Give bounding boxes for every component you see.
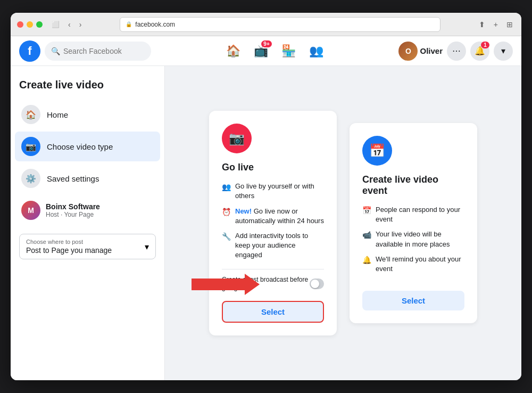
sidebar: Create live video 🏠 Home 📷 Choose video … — [11, 66, 165, 380]
share-icon: ⬆ — [479, 20, 485, 29]
chevron-right-icon: › — [79, 20, 82, 29]
profile-avatar: M — [21, 201, 40, 220]
profile-sub: Host · Your Page — [46, 211, 100, 218]
lock-icon: 🔒 — [126, 21, 132, 27]
toolbar-right: ⬆ + ⊞ — [477, 19, 515, 30]
tools-icon: 🔧 — [222, 232, 231, 242]
search-icon: 🔍 — [51, 47, 60, 55]
main-content: Create live video 🏠 Home 📷 Choose video … — [11, 66, 521, 380]
groups-icon: 👥 — [309, 44, 323, 58]
sidebar-choose-video-label: Choose video type — [47, 142, 113, 151]
store-nav-button[interactable]: 🏪 — [276, 38, 302, 64]
go-live-select-button[interactable]: Select — [222, 301, 324, 323]
event-feature-3-text: We'll remind you about your event — [376, 255, 464, 274]
arrow-annotation — [192, 274, 260, 295]
user-name: Oliver — [420, 46, 443, 55]
event-card-icon: 📅 — [362, 136, 392, 166]
bell-feature-icon: 🔔 — [362, 255, 371, 266]
video-nav-button[interactable]: 📺 9+ — [248, 38, 274, 64]
saved-settings-sidebar-icon: ⚙️ — [21, 169, 40, 188]
go-live-card: 📷 Go live 👥 Go live by yourself or with … — [209, 111, 337, 335]
arrow-head — [245, 274, 260, 295]
chevron-down-icon: ▾ — [501, 46, 505, 56]
sidebar-item-saved-settings[interactable]: ⚙️ Saved settings — [15, 163, 160, 193]
event-feature-1-text: People can respond to your event — [376, 205, 464, 224]
grid-button[interactable]: ⊞ — [504, 19, 515, 30]
sidebar-home-label: Home — [47, 110, 68, 119]
forward-button[interactable]: › — [77, 19, 84, 30]
go-live-features: 👥 Go live by yourself or with others ⏰ N… — [222, 182, 324, 260]
notifications-wrapper: 🔔 1 — [470, 42, 489, 61]
toggle-knob — [311, 280, 319, 288]
post-to-label: Choose where to post — [26, 239, 112, 245]
calendar-icon: 📅 — [369, 143, 385, 158]
user-avatar: O — [398, 42, 418, 61]
back-button[interactable]: ‹ — [66, 19, 73, 30]
search-bar[interactable]: 🔍 — [45, 42, 151, 61]
close-button[interactable] — [17, 21, 23, 28]
go-live-feature-2: ⏰ New! Go live now or automatically with… — [222, 207, 324, 226]
event-feature-1: 📅 People can respond to your event — [362, 205, 464, 224]
minimize-button[interactable] — [27, 21, 33, 28]
camera-icon: 📷 — [229, 131, 245, 146]
dropdown-chevron-icon: ▾ — [145, 242, 149, 252]
event-select-button[interactable]: Select — [362, 291, 464, 310]
video-feature-icon: 📹 — [362, 230, 371, 241]
go-live-title: Go live — [222, 162, 324, 173]
sidebar-icon: ⬜ — [51, 20, 60, 29]
people-icon: 👥 — [222, 182, 231, 193]
notification-badge: 1 — [481, 42, 489, 48]
event-card: 📅 Create live video event 📅 People can r… — [350, 123, 477, 323]
sidebar-item-home[interactable]: 🏠 Home — [15, 100, 160, 129]
traffic-lights — [17, 21, 43, 28]
search-input[interactable] — [63, 47, 138, 55]
event-feature-2-text: Your live video will be available in mor… — [376, 230, 464, 249]
right-content: 📷 Go live 👥 Go live by yourself or with … — [165, 66, 521, 380]
fb-f-letter: f — [28, 44, 31, 58]
post-to-content: Choose where to post Post to Page you ma… — [26, 239, 112, 255]
arrow-body — [192, 279, 245, 290]
apps-icon: ⋯ — [452, 46, 461, 56]
event-feature-3: 🔔 We'll remind you about your event — [362, 255, 464, 274]
grid-icon: ⊞ — [506, 20, 513, 29]
grid-apps-button[interactable]: ⋯ — [447, 42, 466, 61]
profile-name: Boinx Software — [46, 202, 100, 211]
browser-window: ⬜ ‹ › 🔒 facebook.com ⬆ + ⊞ f — [11, 13, 521, 380]
go-live-feature-2-text: New! Go live now or automatically within… — [235, 207, 324, 226]
post-to-value: Post to Page you manage — [26, 246, 112, 255]
go-live-feature-3: 🔧 Add interactivity tools to keep your a… — [222, 231, 324, 260]
profile-info: Boinx Software Host · Your Page — [46, 202, 100, 218]
user-profile-area[interactable]: O Oliver — [398, 42, 443, 61]
maximize-button[interactable] — [36, 21, 43, 28]
sidebar-profile[interactable]: M Boinx Software Host · Your Page — [15, 195, 160, 225]
title-bar: ⬜ ‹ › 🔒 facebook.com ⬆ + ⊞ — [11, 13, 521, 36]
event-card-title: Create live video event — [362, 174, 464, 196]
url-bar[interactable]: 🔒 facebook.com — [120, 17, 440, 32]
new-tab-button[interactable]: + — [492, 19, 500, 30]
groups-nav-button[interactable]: 👥 — [304, 38, 329, 64]
go-live-feature-1-text: Go live by yourself or with others — [235, 182, 324, 201]
nav-bar: f 🔍 🏠 📺 9+ 🏪 👥 O Oliver — [11, 36, 521, 66]
home-icon: 🏠 — [226, 44, 240, 58]
go-live-card-icon: 📷 — [222, 124, 252, 153]
event-feature-2: 📹 Your live video will be available in m… — [362, 230, 464, 249]
account-dropdown-button[interactable]: ▾ — [494, 42, 513, 61]
nav-center: 🏠 📺 9+ 🏪 👥 — [151, 38, 398, 64]
video-badge: 9+ — [261, 40, 271, 47]
event-card-features: 📅 People can respond to your event 📹 You… — [362, 205, 464, 274]
share-button[interactable]: ⬆ — [477, 19, 487, 30]
go-live-feature-3-text: Add interactivity tools to keep your aud… — [235, 231, 324, 260]
url-text: facebook.com — [135, 21, 175, 28]
test-broadcast-toggle[interactable] — [310, 279, 324, 289]
home-sidebar-icon: 🏠 — [21, 105, 40, 124]
home-nav-button[interactable]: 🏠 — [221, 38, 246, 64]
post-to-dropdown[interactable]: Choose where to post Post to Page you ma… — [19, 234, 156, 259]
sidebar-item-choose-video[interactable]: 📷 Choose video type — [15, 132, 160, 161]
nav-right: O Oliver ⋯ 🔔 1 ▾ — [398, 42, 513, 61]
sidebar-toggle-button[interactable]: ⬜ — [49, 19, 62, 30]
chevron-left-icon: ‹ — [68, 20, 71, 29]
facebook-logo: f — [19, 40, 40, 62]
go-live-feature-1: 👥 Go live by yourself or with others — [222, 182, 324, 201]
sidebar-title: Create live video — [15, 75, 160, 97]
plus-icon: + — [494, 20, 498, 29]
